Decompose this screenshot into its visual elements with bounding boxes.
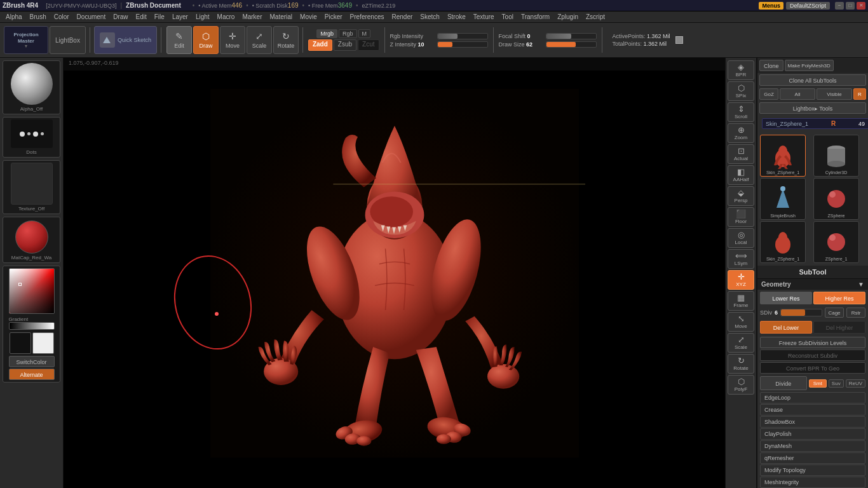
claypolish-button[interactable]: ClayPolish [760, 428, 865, 440]
move-button[interactable]: ✛ Move [220, 26, 245, 54]
menu-layer[interactable]: Layer [169, 13, 191, 21]
win-close[interactable]: ✕ [857, 2, 865, 10]
menu-zplugin[interactable]: Zplugin [554, 13, 581, 21]
rotate-button[interactable]: ↻ Rotate [273, 26, 299, 54]
menu-transform[interactable]: Transform [518, 13, 553, 21]
xyz-button[interactable]: ✛ XYZ [728, 270, 754, 290]
aahalf-button[interactable]: ◧ AAHalf [728, 165, 754, 185]
canvas-area[interactable]: 1.075,-0.907,-0.619 [64, 58, 725, 488]
move-rt-button[interactable]: ⤡ Move [728, 312, 754, 332]
modify-topology-button[interactable]: Modify Topology [760, 464, 865, 476]
matcap-swatch[interactable]: MatCap_Red_Wa [3, 217, 60, 263]
visible-button[interactable]: Visible [817, 88, 852, 100]
local-button[interactable]: ◎ Local [728, 228, 754, 248]
menu-edit[interactable]: Edit [133, 13, 150, 21]
lightbox-tools-button[interactable]: Lightbox▸ Tools [759, 102, 866, 114]
zcut-button[interactable]: Zcut [358, 39, 379, 51]
draw-size-slider[interactable] [546, 41, 597, 48]
dynamesh-button[interactable]: DynaMesh [760, 440, 865, 452]
lower-res-button[interactable]: Lower Res [760, 292, 812, 304]
scale-rt-button[interactable]: ⤢ Scale [728, 333, 754, 353]
alternate-button[interactable]: Alternate [9, 369, 55, 380]
menu-render[interactable]: Render [389, 13, 416, 21]
win-maximize[interactable]: □ [846, 2, 855, 10]
cage-button[interactable]: Cage [825, 308, 844, 318]
white-color-square[interactable] [32, 332, 54, 354]
menu-stroke[interactable]: Stroke [444, 13, 469, 21]
suv-button[interactable]: Suv [829, 379, 844, 388]
edit-button[interactable]: ✎ Edit [166, 26, 192, 54]
make-polymesh-button[interactable]: Make PolyMesh3D [785, 60, 834, 71]
black-color-square[interactable] [10, 332, 31, 354]
defaultz-button[interactable]: DefaultZScript [786, 2, 830, 10]
menu-movie[interactable]: Movie [297, 13, 320, 21]
reuv-button[interactable]: ReUV [846, 379, 865, 388]
reconstruct-subdiv-button[interactable]: Reconstruct Subdiv [760, 349, 865, 361]
bpr-button[interactable]: ◈ BPR [728, 60, 754, 80]
menu-document[interactable]: Document [74, 13, 109, 21]
divide-button[interactable]: Divide [760, 376, 807, 390]
zoom-button[interactable]: ⊕ Zoom [728, 123, 754, 143]
spix-button[interactable]: ⬡ SPix [728, 81, 754, 101]
tool-thumb-skin2[interactable]: Skin_ZSphere_1 [760, 221, 806, 263]
skin-zsphere-slider[interactable]: Skin_ZSphere_1 R 49 [762, 118, 868, 129]
win-minimize[interactable]: − [835, 2, 844, 10]
scale-button[interactable]: ⤢ Scale [247, 26, 272, 54]
menu-preferences[interactable]: Preferences [347, 13, 388, 21]
crease-button[interactable]: Crease [760, 404, 865, 416]
m-button[interactable]: M [358, 29, 371, 38]
sdiv-slider[interactable] [780, 309, 822, 316]
frame-button[interactable]: ▦ Frame [728, 291, 754, 311]
menu-sketch[interactable]: Sketch [417, 13, 443, 21]
clone-button[interactable]: Clone [759, 60, 783, 71]
geometry-section-header[interactable]: Geometry ▼ [757, 279, 868, 290]
actual-button[interactable]: ⊡ Actual [728, 144, 754, 164]
quick-sketch-button[interactable]: Quick Sketch [94, 26, 157, 54]
creature-viewport[interactable] [64, 58, 725, 488]
qremesher-button[interactable]: qRemesher [760, 452, 865, 464]
tool-thumb-simplebrush[interactable]: SimpleBrush [760, 178, 806, 220]
alpha-swatch[interactable]: Alpha_Off [3, 60, 60, 114]
del-higher-button[interactable]: Del Higher [813, 321, 865, 334]
lsym-button[interactable]: ⟺ LSym [728, 249, 754, 269]
switch-color-button[interactable]: SwitchColor [9, 356, 55, 367]
menus-button[interactable]: Menus [759, 2, 783, 10]
freeze-subdiv-button[interactable]: Freeze SubDivision Levels [760, 337, 865, 348]
higher-res-button[interactable]: Higher Res [813, 292, 865, 304]
r-button[interactable]: R [853, 88, 866, 100]
menu-alpha[interactable]: Alpha [3, 13, 25, 21]
goz-button[interactable]: GoZ [759, 88, 778, 100]
mrgb-button[interactable]: Mrgb [316, 29, 337, 38]
zadd-button[interactable]: Zadd [308, 39, 332, 51]
menu-material[interactable]: Material [267, 13, 296, 21]
all-button[interactable]: All [780, 88, 815, 100]
menu-tool[interactable]: Tool [499, 13, 517, 21]
projection-master-button[interactable]: Projection Master ▼ [4, 26, 48, 54]
menu-texture[interactable]: Texture [470, 13, 498, 21]
edgeloop-button[interactable]: EdgeLoop [760, 392, 865, 403]
menu-brush[interactable]: Brush [27, 13, 50, 21]
dots-swatch[interactable]: Dots [3, 117, 60, 158]
menu-file[interactable]: File [151, 13, 168, 21]
del-lower-button[interactable]: Del Lower [760, 321, 812, 334]
rgb-intensity-slider[interactable] [437, 33, 488, 39]
menu-macro[interactable]: Macro [214, 13, 238, 21]
rstr-button[interactable]: Rstr [846, 308, 865, 318]
lightbox-button[interactable]: LightBox [50, 26, 86, 54]
rotate-rt-button[interactable]: ↻ Rotate [728, 354, 754, 374]
tool-thumb-skin-zsphere[interactable]: Skin_ZSphere_1 [760, 135, 806, 177]
color-picker[interactable] [9, 268, 55, 314]
menu-draw[interactable]: Draw [110, 13, 131, 21]
rgb-button[interactable]: Rgb [339, 29, 357, 38]
focal-shift-slider[interactable] [546, 33, 597, 39]
floor-button[interactable]: ⬛ Floor [728, 207, 754, 227]
menu-marker[interactable]: Marker [239, 13, 265, 21]
smt-button[interactable]: Smt [809, 379, 827, 388]
menu-zscript[interactable]: Zscript [583, 13, 608, 21]
meshintegrity-button[interactable]: MeshIntegrity [760, 477, 865, 488]
menu-picker[interactable]: Picker [322, 13, 346, 21]
zsub-button[interactable]: Zsub [334, 39, 356, 51]
shadowbox-button[interactable]: ShadowBox [760, 416, 865, 428]
gradient-strip[interactable] [9, 322, 55, 330]
menu-light[interactable]: Light [193, 13, 213, 21]
